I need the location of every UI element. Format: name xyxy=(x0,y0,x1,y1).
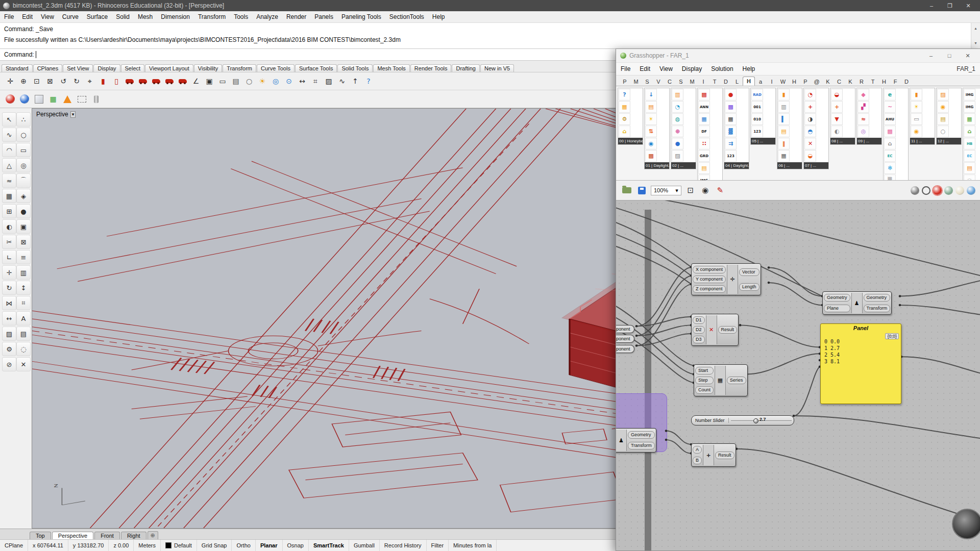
component-icon[interactable]: ▤ xyxy=(937,113,949,125)
sphere-icon[interactable]: ● xyxy=(16,204,31,218)
component-icon[interactable]: ◉ xyxy=(937,101,949,113)
menu-surface[interactable]: Surface xyxy=(83,12,112,21)
cylinder-display-icon[interactable] xyxy=(90,93,102,105)
component-icon[interactable]: ▦ xyxy=(698,113,710,125)
component-icon[interactable]: ▞ xyxy=(857,101,869,113)
sketch-pen-icon[interactable]: ✎ xyxy=(715,185,726,196)
hatch-icon[interactable]: ▨ xyxy=(323,75,335,87)
gh-component-tab-10[interactable]: L xyxy=(731,78,743,86)
zoom-window-icon[interactable]: ⊡ xyxy=(31,75,43,87)
gh-component-tab-11[interactable]: H xyxy=(743,77,755,86)
gh-menu-file[interactable]: File xyxy=(616,64,635,73)
text-tool-icon[interactable]: A xyxy=(16,311,31,325)
component-icon[interactable]: 001 xyxy=(751,101,763,113)
status-layer[interactable]: Default xyxy=(161,540,197,551)
slider-knob[interactable] xyxy=(753,418,758,423)
menu-edit[interactable]: Edit xyxy=(18,12,37,21)
output-transform[interactable]: Transform xyxy=(864,305,891,312)
component-icon[interactable]: 123 xyxy=(751,126,763,137)
component-icon[interactable]: ▦ xyxy=(619,101,630,113)
component-icon[interactable]: ● xyxy=(672,138,683,149)
input-start[interactable]: Start xyxy=(695,367,714,374)
component-icon[interactable]: EC xyxy=(884,150,896,162)
gh-component-tab-16[interactable]: P xyxy=(800,78,811,86)
output-result[interactable]: Result xyxy=(715,452,734,459)
move-output-component[interactable]: ♟ Geometry Transform xyxy=(616,428,656,453)
status-pane-smarttrack[interactable]: SmartTrack xyxy=(309,540,349,551)
component-icon[interactable]: AHU xyxy=(884,113,896,125)
gh-component-tab-14[interactable]: W xyxy=(777,78,789,86)
component-icon[interactable]: 123 xyxy=(725,150,737,162)
grid-snap-icon[interactable]: ⌗ xyxy=(309,75,322,87)
component-icon[interactable]: ? xyxy=(619,89,630,101)
viewport-tab-top[interactable]: Top xyxy=(30,532,51,539)
gh-document-indicator[interactable]: FAR_1 xyxy=(957,65,980,72)
series-component[interactable]: Start Step Count ▦ Series xyxy=(694,364,748,396)
component-icon[interactable]: ⊕ xyxy=(672,126,683,137)
component-icon[interactable]: ◉ xyxy=(645,138,657,149)
menu-tools[interactable]: Tools xyxy=(230,12,252,21)
partial-input-label[interactable]: ponent xyxy=(616,325,634,333)
component-icon[interactable]: ▭ xyxy=(911,113,922,125)
ellipse-icon[interactable]: ◎ xyxy=(16,158,31,172)
command-history[interactable]: Command: _Save File successfully written… xyxy=(0,23,980,49)
component-icon[interactable]: ▮ xyxy=(778,89,790,101)
division-component[interactable]: D1 D2 D3 ✕ Result xyxy=(691,314,739,346)
toolbar-tab-drafting[interactable]: Drafting xyxy=(452,64,480,72)
gh-component-tab-24[interactable]: F xyxy=(890,78,901,86)
component-icon[interactable]: ◉ xyxy=(911,126,922,137)
gh-component-tab-0[interactable]: P xyxy=(619,78,630,86)
component-icon[interactable]: ▒ xyxy=(884,174,896,181)
menu-help[interactable]: Help xyxy=(428,12,449,21)
component-icon[interactable]: ▩ xyxy=(884,126,896,137)
component-icon[interactable]: ○ xyxy=(937,126,949,137)
camera-icon[interactable]: ▣ xyxy=(203,75,215,87)
addition-component[interactable]: A B + Result xyxy=(691,443,736,467)
status-pane-osnap[interactable]: Osnap xyxy=(283,540,309,551)
close-button[interactable]: ✕ xyxy=(960,1,977,11)
print-icon[interactable]: ▤ xyxy=(230,75,242,87)
toolbar-tab-solid-tools[interactable]: Solid Tools xyxy=(337,64,373,72)
gh-component-tab-18[interactable]: K xyxy=(822,78,834,86)
preview-eye-icon[interactable]: ◉ xyxy=(700,185,711,196)
gh-close-button[interactable]: ✕ xyxy=(959,51,976,61)
lasso-icon[interactable]: ∿ xyxy=(336,75,348,87)
menu-render[interactable]: Render xyxy=(282,12,310,21)
vehicle-red-3-icon[interactable] xyxy=(150,75,162,87)
status-pane-planar[interactable]: Planar xyxy=(256,540,283,551)
gh-component-tab-25[interactable]: D xyxy=(901,78,912,86)
component-icon[interactable]: ▓ xyxy=(725,126,737,137)
gh-component-tab-12[interactable]: a xyxy=(755,78,766,86)
gumball-anchor-icon[interactable]: ⊙ xyxy=(283,75,295,87)
hide-icon[interactable]: ◌ xyxy=(16,342,31,356)
compass-icon[interactable]: ◎ xyxy=(270,75,282,87)
status-field-2[interactable]: y 133182.70 xyxy=(68,540,109,551)
split-icon[interactable]: ⊠ xyxy=(16,235,31,249)
component-icon[interactable]: ≈ xyxy=(857,113,869,125)
move-component[interactable]: Geometry Plane ♟ Geometry Transform xyxy=(822,291,892,315)
component-icon[interactable]: ◌ xyxy=(964,174,975,181)
chevron-down-icon[interactable]: ▾ xyxy=(70,111,76,118)
output-result[interactable]: Result xyxy=(718,326,738,334)
zoom-extents-icon[interactable]: ⊠ xyxy=(44,75,56,87)
gh-component-tab-15[interactable]: H xyxy=(789,78,800,86)
road-slope-icon[interactable]: ∠ xyxy=(190,75,202,87)
gh-component-tab-8[interactable]: T xyxy=(709,78,720,86)
status-pane-grid-snap[interactable]: Grid Snap xyxy=(197,540,232,551)
sun-study-icon[interactable]: ☀ xyxy=(256,75,268,87)
toolbar-tab-new-in-v5[interactable]: New in V5 xyxy=(480,64,514,72)
layer-icon[interactable]: ▤ xyxy=(16,327,31,341)
render-blue-sphere-icon[interactable] xyxy=(18,93,31,105)
component-icon[interactable]: ⇉ xyxy=(725,138,737,149)
polyline-icon[interactable]: ∿ xyxy=(2,128,16,142)
ghosted-grid-icon[interactable]: ▦ xyxy=(47,93,59,105)
extrude-icon[interactable]: ▣ xyxy=(16,219,31,234)
slider-track[interactable]: 2.7 xyxy=(729,416,794,425)
status-field-4[interactable]: Meters xyxy=(134,540,161,551)
gh-canvas[interactable]: ponent ponent ponent X component Y compo… xyxy=(616,201,980,550)
component-icon[interactable]: ▨ xyxy=(672,150,683,162)
input-x-component[interactable]: X component xyxy=(693,266,726,273)
component-icon[interactable]: ▤ xyxy=(778,126,790,137)
render-red-sphere-icon[interactable] xyxy=(4,93,16,105)
rotate-icon[interactable]: ↻ xyxy=(2,281,16,295)
